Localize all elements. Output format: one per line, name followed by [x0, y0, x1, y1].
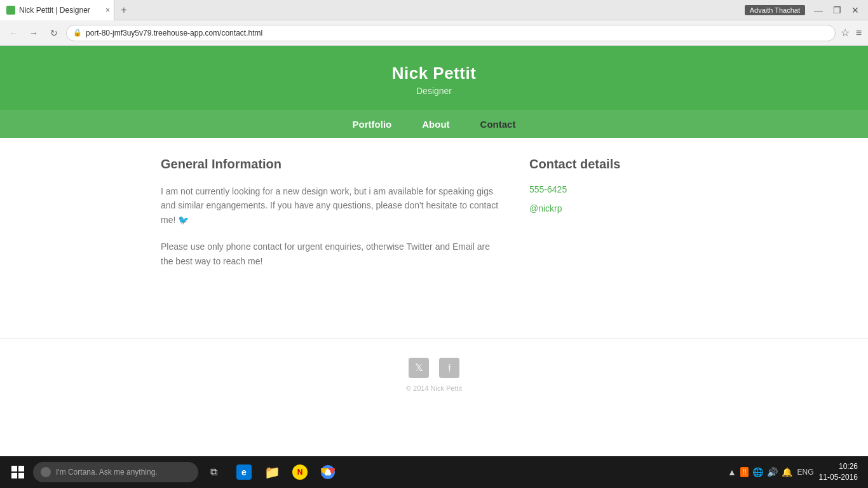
tab-favicon: [6, 6, 15, 15]
contact-phone[interactable]: 555-6425: [529, 184, 707, 194]
browser-tab[interactable]: Nick Pettit | Designer ×: [0, 0, 114, 20]
new-tab-button[interactable]: +: [114, 0, 133, 20]
taskbar-explorer[interactable]: 📁: [259, 459, 285, 485]
tab-close-button[interactable]: ×: [105, 6, 110, 15]
website-content: Nick Pettit Designer Portfolio About Con…: [0, 46, 868, 456]
taskbar-norton[interactable]: N: [287, 459, 313, 485]
footer-copyright: © 2014 Nick Pettit: [0, 384, 868, 392]
general-info-title: General Information: [161, 157, 504, 172]
windows-logo: [11, 466, 24, 478]
tab-title: Nick Pettit | Designer: [19, 6, 90, 15]
footer-social-icons: 𝕏 𝔣: [0, 358, 868, 378]
volume-icon[interactable]: 🔊: [767, 467, 778, 477]
cortana-icon: [41, 467, 51, 477]
site-nav: Portfolio About Contact: [0, 110, 868, 138]
tray-overflow-icon[interactable]: ▲: [728, 467, 736, 477]
taskbar: I'm Cortana. Ask me anything. ⧉ e 📁 N: [0, 456, 868, 488]
url-text: port-80-jmf3uy5v79.treehouse-app.com/con…: [86, 29, 262, 37]
bookmark-icon[interactable]: ☆: [839, 25, 851, 40]
network-icon[interactable]: 🌐: [752, 467, 763, 477]
nav-portfolio[interactable]: Portfolio: [337, 110, 407, 138]
url-bar[interactable]: 🔒 port-80-jmf3uy5v79.treehouse-app.com/c…: [66, 25, 836, 41]
taskbar-right: ▲ !! 🌐 🔊 🔔 ENG 10:26 11-05-2016: [728, 461, 863, 483]
explorer-icon: 📁: [264, 464, 280, 480]
forward-button[interactable]: →: [25, 25, 42, 41]
address-bar: ← → ↻ 🔒 port-80-jmf3uy5v79.treehouse-app…: [0, 20, 868, 46]
title-bar: Nick Pettit | Designer × + Advaith Thach…: [0, 0, 868, 20]
contact-details-title: Contact details: [529, 157, 707, 172]
content-left: General Information I am not currently l…: [161, 157, 504, 281]
twitter-icon[interactable]: 𝕏: [409, 358, 429, 378]
nav-about[interactable]: About: [407, 110, 465, 138]
twitter-cursor-icon: 🐦: [178, 213, 189, 227]
title-bar-right: Advaith Thachat — ❐ ✕: [738, 4, 868, 17]
site-subtitle: Designer: [0, 86, 868, 96]
title-bar-left: Nick Pettit | Designer × +: [0, 0, 738, 20]
tray-app1-icon: !!: [740, 467, 749, 477]
start-button[interactable]: [5, 459, 31, 485]
edge-icon: e: [236, 464, 252, 480]
task-view-button[interactable]: ⧉: [201, 459, 226, 485]
general-info-paragraph1: I am not currently looking for a new des…: [161, 184, 504, 227]
facebook-icon[interactable]: 𝔣: [439, 358, 459, 378]
clock-date: 11-05-2016: [819, 472, 858, 483]
site-title: Nick Pettit: [0, 64, 868, 83]
clock-time: 10:26: [819, 461, 858, 472]
taskbar-clock: 10:26 11-05-2016: [819, 461, 858, 483]
svg-point-2: [325, 470, 330, 475]
system-tray-icons: ▲ !! 🌐 🔊 🔔: [728, 467, 792, 477]
cortana-search[interactable]: I'm Cortana. Ask me anything.: [33, 462, 198, 482]
minimize-button[interactable]: —: [811, 4, 825, 17]
back-button[interactable]: ←: [5, 25, 22, 41]
general-info-paragraph2: Please use only phone contact for urgent…: [161, 240, 504, 268]
taskbar-edge[interactable]: e: [231, 459, 257, 485]
taskbar-chrome[interactable]: [315, 459, 341, 485]
taskbar-apps: e 📁 N: [231, 459, 341, 485]
menu-icon[interactable]: ≡: [855, 26, 863, 40]
content-right: Contact details 555-6425 @nickrp: [529, 157, 707, 281]
address-bar-right: ☆ ≡: [839, 25, 863, 40]
nav-contact[interactable]: Contact: [465, 110, 531, 138]
language-indicator: ENG: [797, 468, 814, 477]
user-badge: Advaith Thachat: [745, 5, 805, 15]
lock-icon: 🔒: [73, 29, 82, 37]
notification-icon[interactable]: 🔔: [782, 467, 792, 477]
site-main-content: General Information I am not currently l…: [148, 138, 720, 300]
maximize-button[interactable]: ❐: [831, 4, 844, 17]
site-header: Nick Pettit Designer: [0, 46, 868, 110]
task-view-icon: ⧉: [206, 464, 221, 480]
norton-icon: N: [292, 464, 308, 480]
chrome-icon: [320, 464, 336, 480]
site-footer: 𝕏 𝔣 © 2014 Nick Pettit: [0, 338, 868, 405]
window-controls: — ❐ ✕: [811, 4, 862, 17]
refresh-button[interactable]: ↻: [46, 25, 62, 41]
close-button[interactable]: ✕: [849, 4, 862, 17]
contact-twitter[interactable]: @nickrp: [529, 203, 707, 214]
cortana-placeholder: I'm Cortana. Ask me anything.: [56, 468, 158, 477]
